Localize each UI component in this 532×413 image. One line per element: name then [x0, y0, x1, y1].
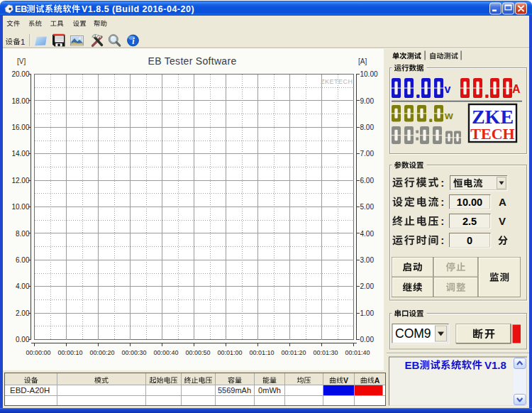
svg-text:00:00:50: 00:00:50	[185, 349, 210, 356]
svg-text:6.00: 6.00	[16, 256, 30, 264]
svg-text:EB: EB	[15, 4, 27, 14]
svg-text::: :	[440, 215, 444, 227]
svg-text:00:01:40: 00:01:40	[345, 349, 370, 356]
svg-text:00:00:10: 00:00:10	[57, 349, 82, 356]
svg-text:5569mAh: 5569mAh	[218, 386, 251, 395]
svg-text:16.00: 16.00	[11, 123, 29, 131]
svg-text:20.00: 20.00	[11, 70, 29, 78]
svg-text:v: v	[445, 83, 451, 95]
svg-text:00:00:40: 00:00:40	[153, 349, 178, 356]
svg-text:00:01:00: 00:01:00	[217, 349, 242, 356]
svg-text:ZKETECH: ZKETECH	[321, 78, 353, 85]
svg-text:0mWh: 0mWh	[258, 386, 281, 395]
svg-text:00:00:30: 00:00:30	[121, 349, 146, 356]
svg-text:0: 0	[467, 235, 472, 246]
svg-text:A: A	[499, 196, 506, 208]
svg-text:2.5: 2.5	[462, 216, 477, 227]
svg-text:A: A	[512, 83, 521, 95]
svg-text:[A]: [A]	[358, 57, 367, 65]
svg-text:1.00: 1.00	[360, 309, 375, 317]
svg-text:8.00: 8.00	[16, 230, 30, 238]
svg-text:10.00: 10.00	[360, 70, 378, 78]
svg-text:w: w	[444, 109, 453, 121]
svg-text:4.00: 4.00	[16, 282, 30, 290]
svg-text:EB: EB	[405, 359, 420, 371]
svg-text:4.00: 4.00	[360, 230, 375, 238]
svg-text:00:01:20: 00:01:20	[281, 349, 306, 356]
svg-text:V1.8.5 (Build 2016-04-20): V1.8.5 (Build 2016-04-20)	[82, 4, 194, 14]
svg-text::: :	[440, 196, 444, 208]
svg-text:10.00: 10.00	[457, 197, 482, 208]
svg-text:1: 1	[21, 38, 25, 46]
svg-text:5.00: 5.00	[360, 203, 375, 211]
svg-text::: :	[440, 234, 444, 246]
svg-text:EB Tester Software: EB Tester Software	[148, 55, 237, 67]
svg-text:10.00: 10.00	[11, 203, 29, 211]
svg-text:A: A	[375, 376, 380, 385]
svg-text:V1.8: V1.8	[484, 359, 506, 371]
svg-text:[V]: [V]	[17, 57, 26, 65]
svg-text:8.00: 8.00	[360, 123, 375, 131]
svg-text:00:01:10: 00:01:10	[249, 349, 274, 356]
svg-text:00:01:30: 00:01:30	[313, 349, 338, 356]
svg-text:EBD-A20H: EBD-A20H	[10, 386, 50, 395]
svg-text:COM9: COM9	[395, 326, 431, 341]
svg-text:2.00: 2.00	[360, 282, 375, 290]
svg-text:00:00:00: 00:00:00	[26, 349, 50, 356]
svg-text:V: V	[499, 215, 506, 227]
svg-text:TECH: TECH	[470, 125, 514, 143]
svg-text:7.00: 7.00	[360, 150, 375, 158]
svg-text:3.00: 3.00	[360, 256, 375, 264]
svg-text:14.00: 14.00	[11, 150, 29, 158]
svg-text:18.00: 18.00	[11, 97, 29, 105]
svg-text:6.00: 6.00	[360, 177, 375, 185]
svg-text:2.00: 2.00	[16, 309, 30, 317]
svg-text:0.00: 0.00	[16, 336, 30, 343]
svg-text:12.00: 12.00	[11, 177, 29, 185]
svg-text:V: V	[343, 376, 348, 385]
svg-text::: :	[440, 177, 444, 189]
svg-text:0.00: 0.00	[360, 336, 375, 343]
svg-text:00:00:20: 00:00:20	[89, 349, 114, 356]
svg-text:9.00: 9.00	[360, 97, 375, 105]
